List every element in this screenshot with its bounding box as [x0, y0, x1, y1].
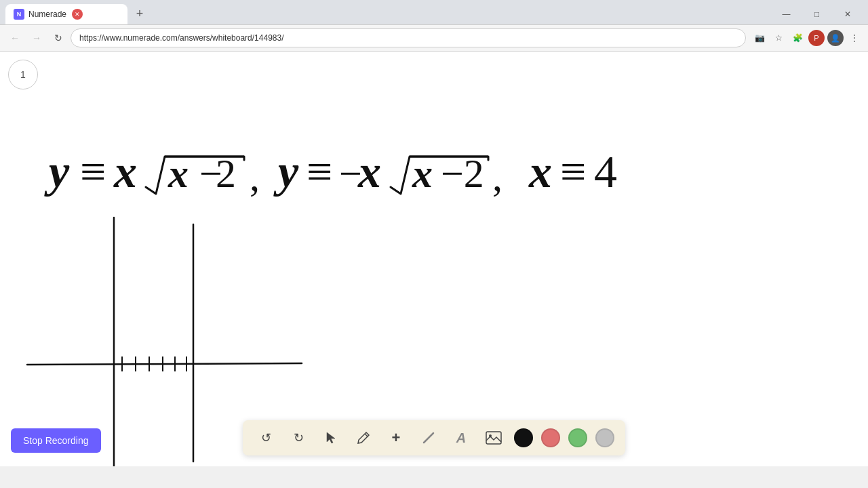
text-tool-button[interactable]: A	[449, 426, 473, 450]
cursor-icon	[324, 431, 338, 445]
tab-bar: N Numerade ✕ + — □ ✕	[0, 0, 868, 24]
svg-text:−2: −2	[441, 151, 484, 196]
tab-close-button[interactable]: ✕	[72, 9, 83, 20]
url-text: https://www.numerade.com/answers/whitebo…	[79, 33, 284, 43]
color-gray[interactable]	[595, 428, 614, 447]
new-tab-button[interactable]: +	[130, 4, 149, 23]
color-pink[interactable]	[541, 428, 560, 447]
svg-text:y: y	[273, 146, 299, 197]
svg-text:≡: ≡	[307, 146, 332, 197]
svg-text:x: x	[412, 151, 433, 196]
svg-text:x: x	[167, 151, 189, 196]
tab-title: Numerade	[28, 9, 66, 19]
drawing-toolbar: ↺ ↻ + A	[243, 420, 625, 455]
extension-icon[interactable]: 🧩	[789, 30, 806, 46]
svg-text:x: x	[528, 146, 552, 197]
svg-text:,: ,	[492, 155, 502, 199]
svg-text:x: x	[113, 146, 137, 197]
profile-icon[interactable]: P	[808, 30, 825, 46]
minimize-button[interactable]: —	[771, 4, 802, 24]
svg-text:≡: ≡	[560, 146, 586, 197]
svg-line-21	[27, 363, 302, 365]
active-tab[interactable]: N Numerade ✕	[5, 4, 127, 24]
svg-text:y: y	[44, 146, 70, 197]
svg-line-29	[365, 434, 368, 436]
undo-button[interactable]: ↺	[254, 426, 278, 450]
redo-button[interactable]: ↻	[286, 426, 311, 450]
back-button[interactable]: ←	[5, 28, 24, 47]
refresh-button[interactable]: ↻	[49, 28, 68, 47]
window-controls: — □ ✕	[771, 4, 863, 24]
add-button[interactable]: +	[384, 426, 408, 450]
svg-text:≡: ≡	[80, 146, 106, 197]
select-tool-button[interactable]	[319, 426, 343, 450]
bookmark-icon[interactable]: ☆	[770, 30, 787, 46]
address-bar[interactable]: https://www.numerade.com/answers/whitebo…	[71, 28, 746, 47]
close-button[interactable]: ✕	[832, 4, 863, 24]
stop-recording-button[interactable]: Stop Recording	[11, 428, 101, 453]
navigation-bar: ← → ↻ https://www.numerade.com/answers/w…	[0, 24, 868, 52]
eraser-button[interactable]	[416, 426, 441, 450]
maximize-button[interactable]: □	[802, 4, 832, 24]
color-green[interactable]	[568, 428, 587, 447]
pen-icon	[357, 431, 370, 445]
svg-line-30	[424, 433, 433, 443]
browser-chrome: N Numerade ✕ + — □ ✕ ← → ↻ https://www.n…	[0, 0, 868, 52]
svg-text:,: ,	[250, 155, 260, 199]
tab-favicon: N	[14, 9, 24, 20]
svg-text:4: 4	[594, 146, 617, 197]
pen-tool-button[interactable]	[351, 426, 376, 450]
svg-text:x: x	[357, 146, 381, 197]
nav-icons: 📷 ☆ 🧩 P 👤 ⋮	[751, 30, 863, 46]
account-icon[interactable]: 👤	[827, 30, 844, 46]
whiteboard: 1 y ≡ x x − 2 , y ≡ − x	[0, 52, 868, 466]
svg-marker-28	[327, 432, 335, 443]
svg-text:2: 2	[216, 151, 236, 196]
drawing-canvas: y ≡ x x − 2 , y ≡ − x x −2 ,	[0, 52, 868, 466]
forward-button[interactable]: →	[27, 28, 46, 47]
color-black[interactable]	[514, 428, 533, 447]
eraser-icon	[422, 431, 435, 445]
image-icon	[486, 431, 502, 445]
cast-icon[interactable]: 📷	[751, 30, 768, 46]
image-insert-button[interactable]	[481, 426, 506, 450]
menu-icon[interactable]: ⋮	[846, 30, 863, 46]
